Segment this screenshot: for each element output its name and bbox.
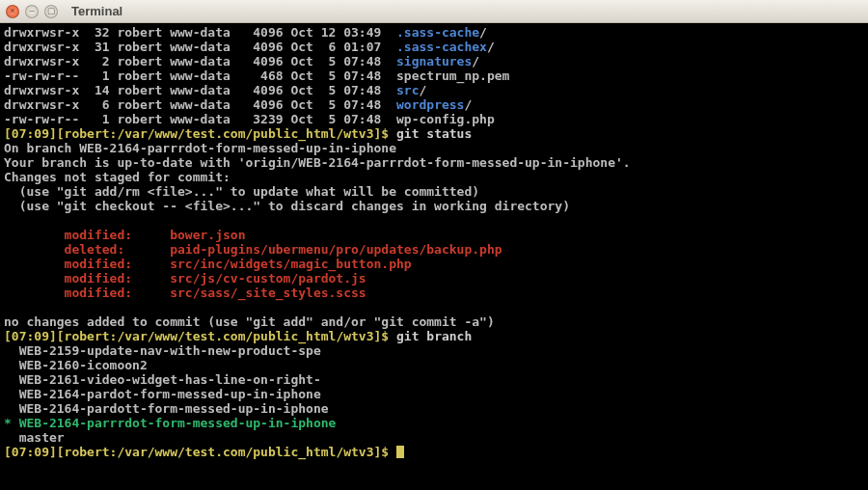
changed-file: modified: bower.json xyxy=(4,228,245,242)
terminal-line xyxy=(4,213,864,228)
terminal-line: modified: bower.json xyxy=(4,228,864,242)
prompt-path: [robert:/var/www/test.com/public_html/wt… xyxy=(57,329,396,343)
ls-meta: -rw-rw-r-- 1 robert www-data 3239 Oct 5 … xyxy=(4,112,396,126)
terminal-line: drwxrwsr-x 2 robert www-data 4096 Oct 5 … xyxy=(4,54,864,68)
terminal-line xyxy=(4,300,864,314)
ls-meta: drwxrwsr-x 2 robert www-data 4096 Oct 5 … xyxy=(4,54,396,68)
terminal-line: deleted: paid-plugins/ubermenu/pro/updat… xyxy=(4,242,864,257)
changed-file: deleted: paid-plugins/ubermenu/pro/updat… xyxy=(4,242,502,257)
close-icon[interactable]: × xyxy=(6,5,19,18)
maximize-icon[interactable]: ▢ xyxy=(44,5,58,18)
terminal-line: -rw-rw-r-- 1 robert www-data 3239 Oct 5 … xyxy=(4,112,864,126)
branch-name: WEB-2159-update-nav-with-new-product-spe xyxy=(4,343,321,358)
ls-meta: drwxrwsr-x 32 robert www-data 4096 Oct 1… xyxy=(4,25,396,40)
terminal-line: drwxrwsr-x 31 robert www-data 4096 Oct 6… xyxy=(4,40,864,54)
terminal-line: WEB-2164-pardott-form-messed-up-in-iphon… xyxy=(4,401,864,416)
terminal-line: WEB-2164-pardot-form-messed-up-in-iphone xyxy=(4,387,864,401)
ls-name: signatures xyxy=(396,54,472,68)
terminal-line: drwxrwsr-x 14 robert www-data 4096 Oct 5… xyxy=(4,83,864,97)
prompt-path: [robert:/var/www/test.com/public_html/wt… xyxy=(57,126,396,141)
command: git branch xyxy=(396,329,472,343)
changed-file: modified: src/js/cv-custom/pardot.js xyxy=(4,271,366,286)
branch-marker: * xyxy=(4,416,19,430)
status-notstaged: Changes not staged for commit: xyxy=(4,170,231,184)
prompt-time: [07:09] xyxy=(4,329,57,343)
slash: / xyxy=(419,83,426,97)
branch-name: WEB-2164-pardott-form-messed-up-in-iphon… xyxy=(4,401,329,416)
branch-name: WEB-2164-pardot-form-messed-up-in-iphone xyxy=(4,387,321,401)
terminal-line: WEB-2159-update-nav-with-new-product-spe xyxy=(4,343,864,358)
slash: / xyxy=(487,40,495,54)
ls-name: spectrum_np.pem xyxy=(396,68,509,83)
status-nochanges: no changes added to commit (use "git add… xyxy=(4,314,495,329)
branch-name: master xyxy=(4,430,65,445)
minimize-icon[interactable]: – xyxy=(25,5,39,18)
ls-name: src xyxy=(396,83,419,97)
slash: / xyxy=(464,97,472,112)
status-uptodate: Your branch is up-to-date with 'origin/W… xyxy=(4,155,631,170)
terminal-line: master xyxy=(4,430,864,445)
terminal-line: WEB-2160-icomoon2 xyxy=(4,358,864,372)
ls-name: .sass-cache xyxy=(396,25,479,40)
terminal-line: [07:09][robert:/var/www/test.com/public_… xyxy=(4,329,864,343)
terminal-line: drwxrwsr-x 32 robert www-data 4096 Oct 1… xyxy=(4,25,864,40)
branch-name: WEB-2161-video-widget-has-line-on-right- xyxy=(4,372,321,387)
branch-current: WEB-2164-parrrdot-form-messed-up-in-ipho… xyxy=(19,416,337,430)
status-hint: (use "git add/rm <file>..." to update wh… xyxy=(4,184,479,199)
status-hint: (use "git checkout -- <file>..." to disc… xyxy=(4,199,570,213)
window-titlebar: × – ▢ Terminal xyxy=(0,0,868,23)
ls-meta: drwxrwsr-x 6 robert www-data 4096 Oct 5 … xyxy=(4,97,396,112)
terminal-line: modified: src/inc/widgets/magic_button.p… xyxy=(4,257,864,271)
terminal-line: Changes not staged for commit: xyxy=(4,170,864,184)
terminal-line: modified: src/js/cv-custom/pardot.js xyxy=(4,271,864,286)
terminal-line: WEB-2161-video-widget-has-line-on-right- xyxy=(4,372,864,387)
prompt-time: [07:09] xyxy=(4,445,57,459)
slash: / xyxy=(479,25,487,40)
ls-name: wordpress xyxy=(396,97,464,112)
prompt-path: [robert:/var/www/test.com/public_html/wt… xyxy=(57,445,396,459)
prompt-time: [07:09] xyxy=(4,126,57,141)
window-title: Terminal xyxy=(71,4,122,18)
ls-meta: drwxrwsr-x 31 robert www-data 4096 Oct 6… xyxy=(4,40,396,54)
ls-name: wp-config.php xyxy=(396,112,495,126)
terminal-line: [07:09][robert:/var/www/test.com/public_… xyxy=(4,126,864,141)
terminal-line: modified: src/sass/_site_styles.scss xyxy=(4,286,864,300)
ls-meta: drwxrwsr-x 14 robert www-data 4096 Oct 5… xyxy=(4,83,396,97)
terminal-line: (use "git add/rm <file>..." to update wh… xyxy=(4,184,864,199)
terminal-line: (use "git checkout -- <file>..." to disc… xyxy=(4,199,864,213)
ls-meta: -rw-rw-r-- 1 robert www-data 468 Oct 5 0… xyxy=(4,68,396,83)
slash: / xyxy=(472,54,479,68)
terminal-line: Your branch is up-to-date with 'origin/W… xyxy=(4,155,864,170)
terminal-line: -rw-rw-r-- 1 robert www-data 468 Oct 5 0… xyxy=(4,68,864,83)
branch-name: WEB-2160-icomoon2 xyxy=(4,358,148,372)
terminal-body[interactable]: drwxrwsr-x 32 robert www-data 4096 Oct 1… xyxy=(0,23,868,490)
terminal-line: * WEB-2164-parrrdot-form-messed-up-in-ip… xyxy=(4,416,864,430)
changed-file: modified: src/inc/widgets/magic_button.p… xyxy=(4,257,412,271)
cursor xyxy=(396,446,404,458)
terminal-line: no changes added to commit (use "git add… xyxy=(4,314,864,329)
status-branch: On branch WEB-2164-parrrdot-form-messed-… xyxy=(4,141,396,155)
ls-name: .sass-cachex xyxy=(396,40,487,54)
changed-file: modified: src/sass/_site_styles.scss xyxy=(4,286,366,300)
terminal-line: drwxrwsr-x 6 robert www-data 4096 Oct 5 … xyxy=(4,97,864,112)
command: git status xyxy=(396,126,472,141)
terminal-line: On branch WEB-2164-parrrdot-form-messed-… xyxy=(4,141,864,155)
terminal-line: [07:09][robert:/var/www/test.com/public_… xyxy=(4,445,864,459)
